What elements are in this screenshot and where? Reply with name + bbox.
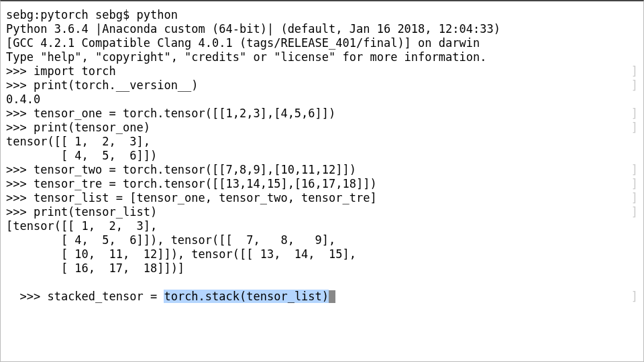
- scroll-hint: ]: [631, 107, 638, 121]
- terminal-line: [ 16, 17, 18]])]: [6, 261, 638, 276]
- scroll-hint: ]: [631, 191, 638, 205]
- text-cursor: [329, 290, 335, 303]
- line-text: 0.4.0: [6, 93, 40, 106]
- scroll-hint: ]: [631, 290, 638, 304]
- terminal-output[interactable]: sebg:pytorch sebg$ pythonPython 3.6.4 |A…: [6, 8, 638, 276]
- terminal-line: [GCC 4.2.1 Compatible Clang 4.0.1 (tags/…: [6, 36, 638, 50]
- selected-text[interactable]: torch.stack(tensor_list): [164, 290, 329, 303]
- terminal-line: >>> print(torch.__version__)]: [6, 78, 638, 93]
- line-text: Python 3.6.4 |Anaconda custom (64-bit)| …: [6, 22, 500, 36]
- terminal-line: >>> tensor_two = torch.tensor([[7,8,9],[…: [6, 163, 638, 177]
- terminal-line: sebg:pytorch sebg$ python: [6, 8, 638, 22]
- terminal-line: Python 3.6.4 |Anaconda custom (64-bit)| …: [6, 22, 638, 36]
- terminal-line: >>> print(tensor_list)]: [6, 205, 638, 219]
- terminal-line: >>> tensor_tre = torch.tensor([[13,14,15…: [6, 177, 638, 191]
- terminal-line: >>> tensor_one = torch.tensor([[1,2,3],[…: [6, 107, 638, 121]
- terminal-line: [ 4, 5, 6]]): [6, 149, 638, 163]
- scroll-hint: ]: [631, 205, 638, 219]
- scroll-hint: ]: [631, 78, 638, 93]
- line-text: Type "help", "copyright", "credits" or "…: [6, 50, 486, 64]
- terminal-line: 0.4.0: [6, 93, 638, 107]
- line-text: [ 10, 11, 12]]), tensor([[ 13, 14, 15],: [6, 247, 356, 261]
- line-text: [GCC 4.2.1 Compatible Clang 4.0.1 (tags/…: [6, 36, 480, 50]
- current-prefix: >>> stacked_tensor =: [19, 290, 164, 303]
- line-text: tensor([[ 1, 2, 3],: [6, 135, 150, 148]
- current-input-line[interactable]: >>> stacked_tensor = torch.stack(tensor_…: [6, 276, 638, 304]
- terminal-line: >>> print(tensor_one)]: [6, 121, 638, 135]
- line-text: [ 4, 5, 6]]), tensor([[ 7, 8, 9],: [6, 233, 335, 247]
- line-text: >>> tensor_list = [tensor_one, tensor_tw…: [6, 191, 377, 204]
- terminal-line: tensor([[ 1, 2, 3],: [6, 135, 638, 149]
- terminal-line: >>> tensor_list = [tensor_one, tensor_tw…: [6, 191, 638, 205]
- line-text: >>> print(tensor_one): [6, 121, 150, 134]
- line-text: sebg:pytorch sebg$ python: [6, 8, 178, 21]
- scroll-hint: ]: [631, 64, 638, 78]
- line-text: [ 16, 17, 18]])]: [6, 261, 184, 275]
- line-text: >>> tensor_one = torch.tensor([[1,2,3],[…: [6, 107, 335, 120]
- terminal-line: [ 4, 5, 6]]), tensor([[ 7, 8, 9],: [6, 233, 638, 247]
- scroll-hint: ]: [631, 177, 638, 191]
- line-text: [tensor([[ 1, 2, 3],: [6, 219, 157, 233]
- terminal-line: >>> import torch]: [6, 64, 638, 78]
- terminal-line: Type "help", "copyright", "credits" or "…: [6, 50, 638, 64]
- scroll-hint: ]: [631, 121, 638, 135]
- terminal-line: [tensor([[ 1, 2, 3],: [6, 219, 638, 233]
- line-text: >>> tensor_tre = torch.tensor([[13,14,15…: [6, 177, 377, 190]
- scroll-hint: ]: [631, 163, 638, 177]
- line-text: >>> print(tensor_list): [6, 205, 157, 219]
- line-text: >>> tensor_two = torch.tensor([[7,8,9],[…: [6, 163, 356, 176]
- line-text: >>> print(torch.__version__): [6, 78, 199, 92]
- terminal-line: [ 10, 11, 12]]), tensor([[ 13, 14, 15],: [6, 247, 638, 261]
- line-text: [ 4, 5, 6]]): [6, 149, 157, 162]
- line-text: >>> import torch: [6, 64, 116, 78]
